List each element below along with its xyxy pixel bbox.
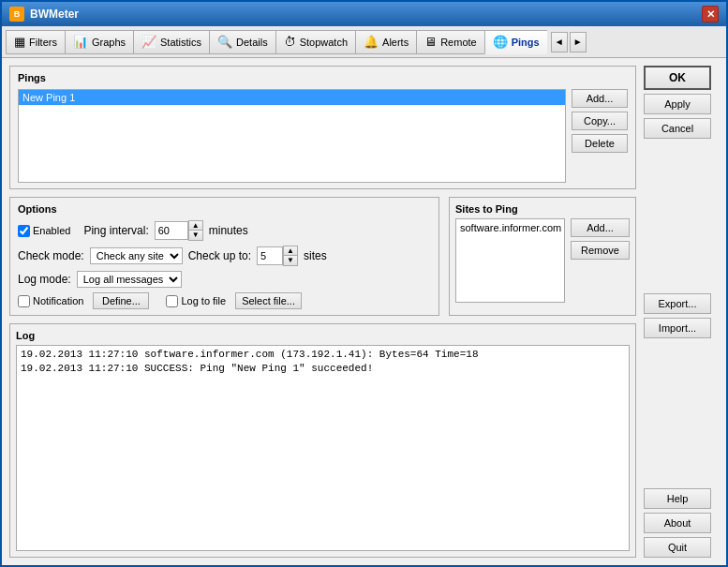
title-bar-left: B BWMeter	[9, 7, 79, 22]
options-row-3: Log mode: Log all messages Log errors on…	[18, 271, 431, 288]
app-icon: B	[9, 7, 24, 22]
log-to-file-text: Log to file	[181, 295, 226, 306]
title-bar: B BWMeter ✕	[2, 2, 726, 26]
log-mode-label: Log mode:	[18, 273, 71, 286]
import-button[interactable]: Import...	[644, 318, 711, 338]
ping-interval-down[interactable]: ▼	[189, 231, 202, 240]
enabled-label[interactable]: Enabled	[18, 225, 70, 237]
tab-alerts[interactable]: 🔔 Alerts	[355, 30, 416, 54]
define-button[interactable]: Define...	[93, 292, 149, 309]
ping-interval-input[interactable]: 60	[155, 221, 188, 240]
stopwatch-icon: ⏱	[284, 35, 296, 49]
tab-filters-label: Filters	[29, 37, 57, 48]
log-area[interactable]: 19.02.2013 11:27:10 software.informer.co…	[16, 345, 630, 551]
tab-filters[interactable]: ▦ Filters	[6, 30, 65, 54]
cancel-button[interactable]: Cancel	[644, 118, 711, 139]
pings-list[interactable]: New Ping 1	[18, 89, 566, 183]
log-to-file-checkbox[interactable]	[166, 295, 178, 307]
toolbar: ▦ Filters 📊 Graphs 📈 Statistics 🔍 Detail…	[2, 26, 726, 58]
copy-ping-button[interactable]: Copy...	[572, 112, 628, 130]
left-panel: Pings New Ping 1 Add... Copy... Delete O	[9, 66, 636, 558]
add-ping-button[interactable]: Add...	[572, 89, 628, 108]
right-panel-spacer	[644, 142, 719, 286]
sites-group: Sites to Ping software.informer.com Add.…	[449, 197, 636, 316]
check-up-to-arrows: ▲ ▼	[283, 246, 298, 266]
main-window: B BWMeter ✕ ▦ Filters 📊 Graphs 📈 Statist…	[0, 0, 728, 567]
pings-group: Pings New Ping 1 Add... Copy... Delete	[9, 66, 636, 189]
check-up-to-up[interactable]: ▲	[284, 246, 297, 256]
ping-interval-label: Ping interval:	[83, 224, 148, 237]
check-up-to-label: Check up to:	[188, 249, 251, 262]
remove-site-button[interactable]: Remove	[571, 241, 630, 260]
sites-buttons: Add... Remove	[571, 218, 630, 303]
tab-statistics-label: Statistics	[160, 37, 201, 48]
pings-icon: 🌐	[493, 35, 508, 49]
right-panel-spacer2	[644, 342, 719, 485]
tab-pings[interactable]: 🌐 Pings	[484, 30, 547, 54]
tab-statistics[interactable]: 📈 Statistics	[133, 30, 209, 54]
remote-icon: 🖥	[424, 35, 437, 49]
log-to-file-label[interactable]: Log to file	[166, 295, 226, 307]
options-title: Options	[18, 203, 431, 215]
export-button[interactable]: Export...	[644, 293, 711, 314]
enabled-text: Enabled	[33, 225, 70, 236]
ping-interval-up[interactable]: ▲	[189, 221, 202, 231]
tab-graphs[interactable]: 📊 Graphs	[65, 30, 133, 54]
enabled-checkbox[interactable]	[18, 225, 30, 237]
help-button[interactable]: Help	[644, 488, 711, 509]
check-up-to-input[interactable]: 5	[257, 246, 283, 265]
pings-section-inner: New Ping 1 Add... Copy... Delete	[18, 89, 628, 183]
ping-interval-arrows: ▲ ▼	[188, 220, 203, 241]
options-grid: Enabled Ping interval: 60 ▲ ▼ minutes	[18, 220, 431, 309]
options-row-4: Notification Define... Log to file Selec…	[18, 292, 431, 309]
log-line-0: 19.02.2013 11:27:10 software.informer.co…	[21, 348, 625, 362]
sites-inner: software.informer.com Add... Remove	[455, 218, 630, 303]
tab-stopwatch[interactable]: ⏱ Stopwatch	[275, 30, 355, 54]
sites-title: Sites to Ping	[455, 203, 630, 215]
nav-right-arrow[interactable]: ►	[570, 32, 587, 52]
log-line-1: 19.02.2013 11:27:10 SUCCESS: Ping "New P…	[21, 362, 625, 376]
check-up-to-spinner: 5 ▲ ▼	[257, 246, 298, 266]
alerts-icon: 🔔	[364, 35, 379, 49]
minutes-label: minutes	[209, 224, 248, 237]
window-title: BWMeter	[30, 7, 79, 21]
options-row-1: Enabled Ping interval: 60 ▲ ▼ minutes	[18, 220, 431, 241]
graphs-icon: 📊	[73, 35, 88, 49]
notification-label[interactable]: Notification	[18, 295, 83, 307]
tab-alerts-label: Alerts	[382, 37, 409, 48]
ping-item-0[interactable]: New Ping 1	[19, 90, 565, 105]
sites-label: sites	[304, 249, 327, 262]
select-file-button[interactable]: Select file...	[235, 292, 302, 309]
main-content: Pings New Ping 1 Add... Copy... Delete O	[2, 58, 726, 565]
right-panel-mid: Export... Import...	[644, 293, 719, 338]
log-mode-select[interactable]: Log all messages Log errors only Log not…	[77, 271, 182, 288]
sites-list[interactable]: software.informer.com	[455, 218, 565, 303]
notification-text: Notification	[33, 295, 83, 306]
tab-graphs-label: Graphs	[92, 37, 126, 48]
right-panel-bottom: Help About Quit	[644, 488, 719, 558]
check-mode-label: Check mode:	[18, 249, 84, 262]
add-site-button[interactable]: Add...	[571, 218, 630, 237]
quit-button[interactable]: Quit	[644, 537, 711, 558]
notification-checkbox[interactable]	[18, 295, 30, 307]
nav-left-arrow[interactable]: ◄	[551, 32, 568, 52]
about-button[interactable]: About	[644, 513, 711, 533]
nav-arrows: ◄ ►	[551, 32, 587, 52]
tab-remote[interactable]: 🖥 Remote	[416, 30, 484, 54]
close-button[interactable]: ✕	[702, 6, 719, 22]
site-item-0[interactable]: software.informer.com	[458, 221, 562, 234]
ping-interval-spinner: 60 ▲ ▼	[155, 220, 203, 241]
right-panel-top: OK Apply Cancel	[644, 66, 719, 139]
apply-button[interactable]: Apply	[644, 94, 711, 114]
ok-button[interactable]: OK	[644, 66, 711, 90]
log-group: Log 19.02.2013 11:27:10 software.informe…	[9, 323, 636, 558]
check-mode-select[interactable]: Check any site Check all sites	[90, 247, 183, 264]
tab-details[interactable]: 🔍 Details	[209, 30, 275, 54]
check-up-to-down[interactable]: ▼	[284, 256, 297, 265]
tab-details-label: Details	[236, 37, 268, 48]
delete-ping-button[interactable]: Delete	[572, 134, 628, 153]
filters-icon: ▦	[14, 35, 25, 49]
tab-remote-label: Remote	[440, 37, 477, 48]
pings-buttons: Add... Copy... Delete	[572, 89, 628, 183]
options-group: Options Enabled Ping interval: 60	[9, 197, 439, 316]
